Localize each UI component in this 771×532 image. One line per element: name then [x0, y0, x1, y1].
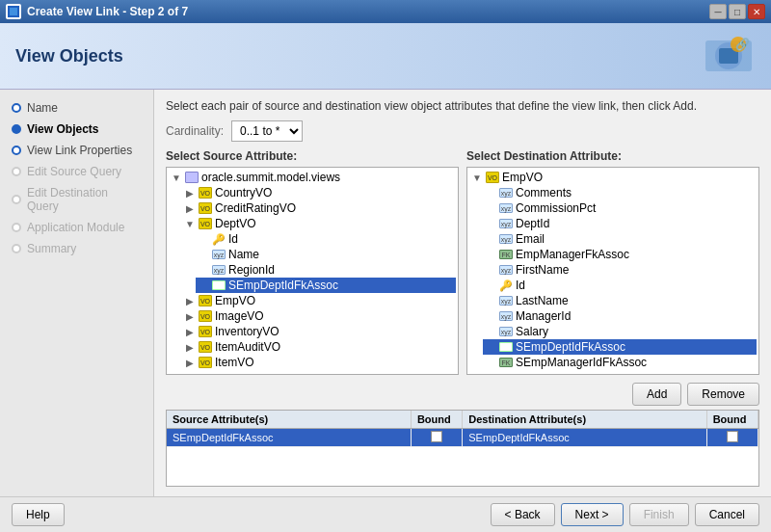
- title-bar: Create View Link - Step 2 of 7 ─ □ ✕: [0, 0, 771, 23]
- sidebar-item-am-label: Application Module: [27, 221, 124, 234]
- minimize-button[interactable]: ─: [709, 4, 727, 19]
- tree-node[interactable]: xyz FirstName: [483, 262, 757, 278]
- page-title: View Objects: [15, 46, 123, 66]
- tree-panels: Select Source Attribute: ▼ oracle.summit…: [166, 149, 759, 375]
- tree-node[interactable]: xyz RegionId: [196, 262, 456, 278]
- help-button[interactable]: Help: [12, 503, 65, 526]
- tree-node[interactable]: ▶ VO EmpVO: [182, 293, 456, 308]
- sidebar-item-application-module: Application Module: [0, 217, 153, 238]
- back-button[interactable]: < Back: [491, 503, 555, 526]
- table-row[interactable]: SEmpDeptIdFkAssoc SEmpDeptIdFkAssoc: [167, 429, 758, 447]
- content-area: Select each pair of source and destinati…: [154, 90, 771, 496]
- tree-node[interactable]: xyz LastName: [483, 293, 757, 308]
- sidebar-item-summary-label: Summary: [27, 242, 76, 255]
- sidebar-item-view-objects-label: View Objects: [27, 122, 98, 136]
- cardinality-row: Cardinality: 0..1 to * 1 to * 0..1 to 1 …: [166, 120, 759, 142]
- cardinality-label: Cardinality:: [166, 124, 224, 138]
- col-source: Source Attribute(s): [167, 411, 411, 429]
- header-area: View Objects 🔗: [0, 23, 771, 90]
- title-text: Create View Link - Step 2 of 7: [27, 5, 188, 18]
- tree-node[interactable]: FK EmpManagerFkAssoc: [483, 247, 757, 262]
- tree-node[interactable]: 🔑 Id: [483, 278, 757, 293]
- sidebar-item-name-label: Name: [27, 101, 58, 115]
- cardinality-select[interactable]: 0..1 to * 1 to * 0..1 to 1 1 to 1: [231, 120, 303, 142]
- dest-tree[interactable]: ▼ VO EmpVO xyz Comments xyz Comm: [466, 167, 759, 375]
- sidebar-item-edit-destination-query: Edit Destination Query: [0, 182, 153, 217]
- cell-dest: SEmpDeptIdFkAssoc: [463, 429, 706, 447]
- maximize-button[interactable]: □: [729, 4, 746, 19]
- tree-node-selected[interactable]: FK SEmpDeptIdFkAssoc: [483, 339, 757, 355]
- sidebar-item-esq-label: Edit Source Query: [27, 165, 121, 178]
- instruction-text: Select each pair of source and destinati…: [166, 99, 759, 113]
- source-tree-panel: Select Source Attribute: ▼ oracle.summit…: [166, 149, 459, 375]
- cell-dest-bound[interactable]: [706, 429, 758, 447]
- sidebar-item-edq-label: Edit Destination Query: [27, 186, 142, 213]
- tree-node[interactable]: xyz Salary: [483, 324, 757, 339]
- mapping-table[interactable]: Source Attribute(s) Bound Destination At…: [166, 410, 759, 487]
- tree-node[interactable]: ▶ VO CountryVO: [182, 185, 456, 200]
- svg-text:🔗: 🔗: [735, 37, 750, 51]
- next-button[interactable]: Next >: [561, 503, 624, 526]
- tree-node[interactable]: FK SEmpManagerIdFkAssoc: [483, 355, 757, 370]
- sidebar-item-view-link-properties[interactable]: View Link Properties: [0, 140, 153, 161]
- tree-node[interactable]: ▶ VO ItemAuditVO: [182, 339, 456, 355]
- tree-node[interactable]: xyz Comments: [483, 185, 757, 200]
- tree-node[interactable]: ▼ VO DeptVO: [182, 216, 456, 231]
- remove-button[interactable]: Remove: [687, 383, 759, 406]
- add-button[interactable]: Add: [632, 383, 681, 406]
- tree-node[interactable]: ▶ VO ItemVO: [182, 355, 456, 370]
- footer: Help < Back Next > Finish Cancel: [0, 496, 771, 532]
- sidebar-item-summary: Summary: [0, 238, 153, 259]
- cell-source-bound[interactable]: [411, 429, 462, 447]
- tree-node[interactable]: ▶ VO InventoryVO: [182, 324, 456, 339]
- tree-node[interactable]: ▼ oracle.summit.model.views: [169, 170, 456, 185]
- sidebar-item-edit-source-query: Edit Source Query: [0, 161, 153, 182]
- tree-node[interactable]: ▶ VO CreditRatingVO: [182, 200, 456, 216]
- cell-source: SEmpDeptIdFkAssoc: [167, 429, 411, 447]
- source-panel-label: Select Source Attribute:: [166, 149, 459, 163]
- tree-node[interactable]: xyz Email: [483, 231, 757, 247]
- col-dest-bound: Bound: [706, 411, 758, 429]
- sidebar-item-view-objects[interactable]: View Objects: [0, 119, 153, 140]
- dest-panel-label: Select Destination Attribute:: [466, 149, 759, 163]
- tree-node[interactable]: ▶ VO ImageVO: [182, 308, 456, 324]
- tree-node[interactable]: ▼ VO EmpVO: [469, 170, 757, 185]
- sidebar: Name View Objects View Link Properties E…: [0, 90, 154, 496]
- tree-node[interactable]: xyz ManagerId: [483, 308, 757, 324]
- close-button[interactable]: ✕: [748, 4, 765, 19]
- tree-node[interactable]: xyz CommissionPct: [483, 200, 757, 216]
- app-icon: [6, 4, 21, 19]
- source-tree[interactable]: ▼ oracle.summit.model.views ▶ VO Country…: [166, 167, 459, 375]
- sidebar-item-name[interactable]: Name: [0, 97, 153, 119]
- add-remove-row: Add Remove: [166, 383, 759, 406]
- destination-tree-panel: Select Destination Attribute: ▼ VO EmpVO…: [466, 149, 759, 375]
- finish-button[interactable]: Finish: [629, 503, 689, 526]
- tree-node[interactable]: xyz DeptId: [483, 216, 757, 231]
- tree-node[interactable]: 🔑 Id: [196, 231, 456, 247]
- svg-rect-1: [10, 8, 17, 15]
- tree-node-selected[interactable]: FK SEmpDeptIdFkAssoc: [196, 278, 456, 293]
- tree-node[interactable]: xyz Name: [196, 247, 456, 262]
- sidebar-item-vlp-label: View Link Properties: [27, 144, 132, 157]
- col-dest: Destination Attribute(s): [463, 411, 706, 429]
- cancel-button[interactable]: Cancel: [695, 503, 759, 526]
- header-icon: 🔗: [702, 33, 756, 79]
- col-source-bound: Bound: [411, 411, 462, 429]
